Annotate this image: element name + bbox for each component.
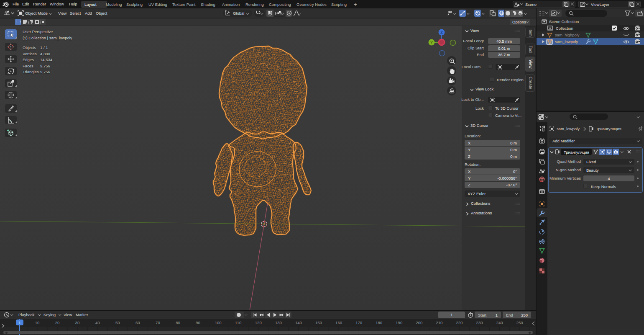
svg-text:Z: Z xyxy=(440,30,443,34)
